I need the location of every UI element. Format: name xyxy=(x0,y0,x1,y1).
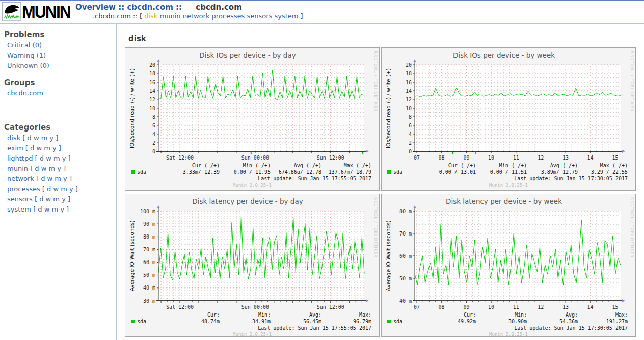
graph-image[interactable]: 30 m40 m50 m60 m70 m80 m90 m100 mSat 12:… xyxy=(125,194,379,312)
sidebar-item-cat-exim[interactable]: exim [ d w m y ] xyxy=(4,143,116,153)
category-link-disk-active[interactable]: disk xyxy=(144,12,157,20)
svg-text:4: 4 xyxy=(152,132,155,137)
svg-text:40 m: 40 m xyxy=(399,298,412,304)
svg-text:08: 08 xyxy=(438,304,444,310)
svg-text:Sun 00:00: Sun 00:00 xyxy=(242,155,269,161)
svg-text:10: 10 xyxy=(406,106,412,111)
sidebar-item-cat-network[interactable]: network [ d w m y ] xyxy=(4,174,116,184)
svg-text:20: 20 xyxy=(406,62,412,68)
stat-min: 0.00 / 11.51 xyxy=(490,169,527,175)
sidebar-item-cat-lighttpd[interactable]: lighttpd [ d w m y ] xyxy=(4,153,116,164)
sidebar-item-cat-disk[interactable]: disk [ d w m y ] xyxy=(4,133,116,143)
sidebar-item-critical[interactable]: Critical (0) xyxy=(4,40,116,50)
stat-avg: 3.89m/ 12.79 xyxy=(541,169,578,175)
svg-text:Sat 12:00: Sat 12:00 xyxy=(166,155,194,161)
svg-text:14: 14 xyxy=(406,88,412,94)
host-prefix-text: .cbcdn.com :: [ xyxy=(93,12,142,20)
stat-cur: 0.00 / 13.01 xyxy=(439,169,476,175)
breadcrumb-group-link[interactable]: cbcdn.com xyxy=(127,3,173,12)
last-update-row: Last update: Sun Jan 15 17:55:05 2017 xyxy=(125,176,379,182)
svg-text:10: 10 xyxy=(488,155,494,161)
graph-image[interactable]: 02468101214161820070809101112131415 xyxy=(382,48,635,163)
y-axis-label: Average IO Wait (seconds) xyxy=(129,211,135,301)
groups-heading: Groups xyxy=(4,78,116,87)
svg-text:11: 11 xyxy=(513,155,519,161)
bracket-close-text: ] xyxy=(301,12,303,20)
svg-text:0: 0 xyxy=(152,149,155,154)
sidebar-item-cat-system[interactable]: system [ d w m y ] xyxy=(4,204,116,215)
logo-wordmark: MUNIN xyxy=(22,1,70,22)
svg-text:11: 11 xyxy=(513,304,519,310)
legend-swatch xyxy=(131,170,135,174)
category-link-munin[interactable]: munin xyxy=(160,12,181,20)
svg-text:09: 09 xyxy=(463,304,469,310)
breadcrumb-current-host: cbcdn.com xyxy=(196,3,242,12)
graph-image[interactable]: 02468101214161820Sat 12:00Sun 00:00Sun 1… xyxy=(125,48,379,163)
stats-header-row: Cur: Min: Avg: Max: xyxy=(125,312,379,319)
last-update-row: Last update: Sun Jan 15 17:55:05 2017 xyxy=(125,325,379,332)
svg-text:14: 14 xyxy=(149,88,155,94)
y-axis-label: IOs/second read (-) / write (+) xyxy=(385,65,391,151)
svg-text:60 m: 60 m xyxy=(143,259,155,265)
category-link-network[interactable]: network xyxy=(183,12,210,20)
graph-image[interactable]: 40 m50 m60 m70 m80 m070809101112131415 xyxy=(382,194,635,312)
categories-heading: Categories xyxy=(4,123,116,132)
sidebar-item-cat-munin[interactable]: munin [ d w m y ] xyxy=(4,164,116,174)
svg-text:13: 13 xyxy=(562,155,569,161)
svg-text:40 m: 40 m xyxy=(143,285,155,291)
svg-text:16: 16 xyxy=(149,80,155,85)
svg-text:12: 12 xyxy=(149,97,155,102)
stats-header-row: Cur: Min: Avg: Max: xyxy=(382,312,635,319)
last-update-value: Sun Jan 15 17:30:05 2017 xyxy=(554,325,628,331)
series-row: sda 48.74m 34.91m 56.45m 96.79m xyxy=(125,319,379,325)
sidebar-item-cat-processes[interactable]: processes [ d w m y ] xyxy=(4,184,116,194)
munin-version: Munin 2.0.25-1 xyxy=(382,182,635,188)
svg-text:8: 8 xyxy=(409,114,412,120)
sidebar-item-cat-sensors[interactable]: sensors [ d w m y ] xyxy=(4,194,116,204)
graph-legend-stats: Cur: Min: Avg: Max: sda 49.92m 30.90m 54… xyxy=(382,312,635,337)
stat-avg: 56.45m xyxy=(303,319,321,324)
graph-legend-stats: Cur (-/+) Min (-/+) Avg (-/+) Max (-/+) … xyxy=(382,163,635,188)
graph-legend-stats: Cur (-/+) Min (-/+) Avg (-/+) Max (-/+) … xyxy=(125,163,379,188)
svg-text:90 m: 90 m xyxy=(143,221,155,227)
graph-panel-disk-latency-week: Disk latency per device - by week RRDTOO… xyxy=(381,194,636,337)
graph-panel-disk-ios-day: Disk IOs per device - by day RRDTOOL / T… xyxy=(125,47,380,191)
rrdtool-watermark: RRDTOOL / TOBI OETIKER xyxy=(373,51,378,112)
category-link-system[interactable]: system xyxy=(274,12,298,20)
sidebar-item-group-cbcdn[interactable]: cbcdn.com xyxy=(4,88,116,98)
sidebar-item-warning[interactable]: Warning (1) xyxy=(4,50,116,61)
svg-text:Sun 00:00: Sun 00:00 xyxy=(242,304,269,310)
y-axis-label: Average IO Wait (seconds) xyxy=(385,211,391,301)
series-name: sda xyxy=(393,169,403,175)
svg-text:4: 4 xyxy=(409,132,412,137)
svg-text:Sun 12:00: Sun 12:00 xyxy=(317,155,344,161)
svg-text:70 m: 70 m xyxy=(143,247,155,252)
svg-text:12: 12 xyxy=(406,97,412,102)
svg-text:Sun 12:00: Sun 12:00 xyxy=(317,304,344,310)
breadcrumb-overview-link[interactable]: Overview xyxy=(75,3,116,12)
svg-text:100 m: 100 m xyxy=(140,208,155,214)
series-name: sda xyxy=(137,319,146,324)
stat-min: 0.00 / 11.95 xyxy=(234,169,271,175)
svg-text:07: 07 xyxy=(414,304,420,310)
stats-header-row: Cur (-/+) Min (-/+) Avg (-/+) Max (-/+) xyxy=(125,163,379,169)
stat-cur: 3.33m/ 12.39 xyxy=(183,169,220,175)
sidebar-item-unknown[interactable]: Unknown (0) xyxy=(4,61,116,71)
svg-text:0: 0 xyxy=(409,149,412,154)
category-link-processes[interactable]: processes xyxy=(212,12,245,20)
stat-min: 30.90m xyxy=(508,319,527,324)
svg-text:50 m: 50 m xyxy=(143,272,155,278)
breadcrumb-separator: :: xyxy=(118,3,124,12)
svg-text:15: 15 xyxy=(612,155,618,161)
svg-text:70 m: 70 m xyxy=(399,231,412,237)
last-update-value: Sun Jan 15 17:55:05 2017 xyxy=(298,176,372,181)
last-update-value: Sun Jan 15 17:55:05 2017 xyxy=(298,325,372,331)
graph-title: Disk latency per device - by day xyxy=(125,197,370,205)
legend-swatch xyxy=(387,170,391,174)
category-link-sensors[interactable]: sensors xyxy=(247,12,272,20)
munin-logo[interactable]: MUNIN xyxy=(2,2,70,21)
svg-text:10: 10 xyxy=(488,304,494,310)
breadcrumb: Overview :: cbcdn.com :: cbcdn.com .cbcd… xyxy=(75,2,303,20)
svg-text:12: 12 xyxy=(538,304,544,310)
stat-max: 191.27m xyxy=(606,319,628,324)
